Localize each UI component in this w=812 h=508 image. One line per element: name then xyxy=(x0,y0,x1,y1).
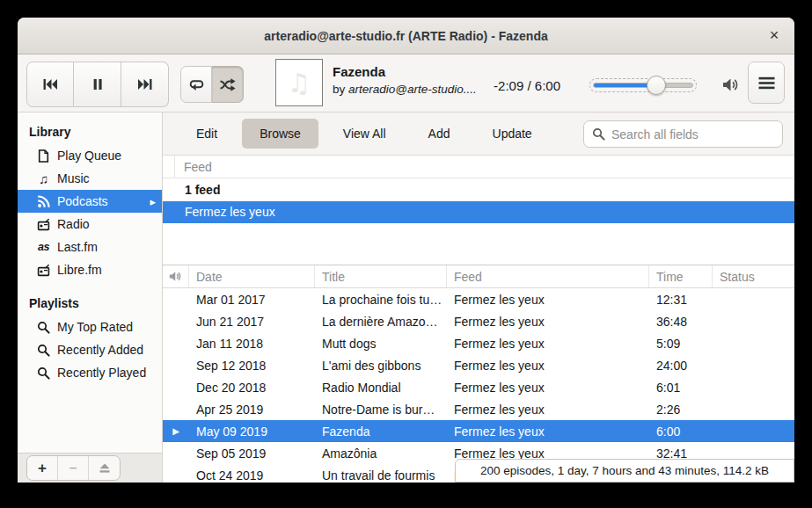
episode-row[interactable]: Jan 11 2018Mutt dogsFermez les yeux5:09 xyxy=(163,332,794,354)
episode-row[interactable]: ▶May 09 2019FazendaFermez les yeux6:00 xyxy=(163,420,794,442)
titlebar[interactable]: arteradio@arte-studio.fr (ARTE Radio) - … xyxy=(18,18,794,54)
sidebar-item-recently-played[interactable]: Recently Played xyxy=(18,361,162,384)
search-icon xyxy=(592,127,605,141)
sidebar-item-podcasts[interactable]: Podcasts▸ xyxy=(18,190,162,213)
feed-column-label: Feed xyxy=(175,160,212,174)
repeat-icon xyxy=(188,77,205,92)
menu-item-edit[interactable]: Edit xyxy=(179,119,235,149)
episode-date-cell: Dec 20 2018 xyxy=(189,381,315,395)
sidebar-item-label: Last.fm xyxy=(57,240,98,254)
menu-item-browse[interactable]: Browse xyxy=(242,119,318,149)
remove-button[interactable]: − xyxy=(58,456,89,480)
episode-feed-cell: Fermez les yeux xyxy=(447,403,649,417)
eject-button[interactable] xyxy=(89,456,120,480)
shuffle-button[interactable] xyxy=(212,66,244,103)
playback-mode-toggles xyxy=(180,66,244,103)
episode-time-cell: 36:48 xyxy=(649,315,713,329)
episode-title-cell: La prochaine fois tu… xyxy=(315,293,447,307)
track-title: Fazenda xyxy=(333,64,489,79)
episode-list: Mar 01 2017La prochaine fois tu…Fermez l… xyxy=(163,288,794,483)
volume-button[interactable] xyxy=(717,72,745,97)
volume-slider[interactable] xyxy=(589,76,697,95)
shuffle-icon xyxy=(219,77,237,92)
volume-track[interactable] xyxy=(593,83,693,88)
search-box xyxy=(583,120,783,148)
sidebar: LibraryPlay Queue♫MusicPodcasts▸RadioasL… xyxy=(18,112,163,453)
sidebar-item-radio[interactable]: Radio xyxy=(18,213,162,236)
menu-item-update[interactable]: Update xyxy=(475,119,550,149)
music-note-icon: ♫ xyxy=(288,68,311,98)
column-header-feed[interactable]: Feed xyxy=(447,265,649,287)
plus-icon: + xyxy=(38,461,47,475)
episode-row[interactable]: Sep 12 2018L'ami des gibbonsFermez les y… xyxy=(163,354,794,376)
sidebar-item-label: Music xyxy=(57,171,90,185)
menu-item-add[interactable]: Add xyxy=(411,119,468,149)
episode-date-cell: Sep 12 2018 xyxy=(189,359,315,373)
episode-title-cell: L'ami des gibbons xyxy=(315,359,447,373)
episode-time-cell: 6:00 xyxy=(649,425,713,439)
sidebar-item-label: Libre.fm xyxy=(57,263,102,277)
album-art: ♫ xyxy=(275,59,323,106)
play-indicator-icon: ▶ xyxy=(172,427,179,436)
add-source-button[interactable]: + xyxy=(27,456,58,480)
speaker-icon xyxy=(722,77,741,92)
sidebar-item-label: Recently Added xyxy=(57,343,143,357)
sidebar-item-last-fm[interactable]: asLast.fm xyxy=(18,236,162,258)
main-panel: EditBrowseView AllAddUpdate Feed 1 feed … xyxy=(163,112,794,483)
rss-icon xyxy=(36,195,51,208)
episode-table-header: DateTitleFeedTimeStatus xyxy=(163,265,794,288)
episode-row[interactable]: Jun 21 2017La dernière Amazo…Fermez les … xyxy=(163,310,794,332)
column-header-date[interactable]: Date xyxy=(189,265,315,287)
skip-forward-icon xyxy=(137,77,153,91)
app-menu-button[interactable] xyxy=(748,62,785,104)
window-title: arteradio@arte-studio.fr (ARTE Radio) - … xyxy=(264,29,547,43)
close-button[interactable]: × xyxy=(763,25,786,47)
player-toolbar: ♫ Fazenda by arteradio@arte-studio.... -… xyxy=(18,54,794,112)
sidebar-item-label: Radio xyxy=(57,217,90,231)
music-note-icon: ♫ xyxy=(36,172,51,185)
desktop-background: { "window": { "title": "arteradio@arte-s… xyxy=(0,0,812,508)
menu-item-view-all[interactable]: View All xyxy=(326,119,404,149)
column-header-title[interactable]: Title xyxy=(315,265,447,287)
episode-date-cell: Apr 25 2019 xyxy=(189,403,315,417)
search-icon xyxy=(36,366,51,380)
pause-icon xyxy=(91,77,104,91)
episode-row[interactable]: Mar 01 2017La prochaine fois tu…Fermez l… xyxy=(163,288,794,310)
repeat-button[interactable] xyxy=(180,66,212,103)
feed-row[interactable]: Fermez les yeux xyxy=(163,201,794,223)
status-summary: 200 episodes, 1 day, 7 hours and 43 minu… xyxy=(455,459,794,483)
volume-handle[interactable] xyxy=(647,76,666,95)
sidebar-item-play-queue[interactable]: Play Queue xyxy=(18,144,162,167)
episode-date-cell: Jun 21 2017 xyxy=(189,315,315,329)
episode-feed-cell: Fermez les yeux xyxy=(447,359,649,373)
episode-time-cell: 24:00 xyxy=(649,359,713,373)
sidebar-item-libre-fm[interactable]: Libre.fm xyxy=(18,258,162,281)
episode-feed-cell: Fermez les yeux xyxy=(447,381,649,395)
time-display: -2:09 / 6:00 xyxy=(457,78,560,93)
sidebar-item-label: My Top Rated xyxy=(57,320,133,334)
episode-title-cell: Un travail de fourmis xyxy=(315,468,447,483)
previous-button[interactable] xyxy=(26,62,74,107)
next-button[interactable] xyxy=(121,62,169,107)
column-header-status[interactable]: Status xyxy=(713,265,794,287)
search-input[interactable] xyxy=(584,121,782,147)
playing-indicator-cell: ▶ xyxy=(163,427,189,436)
episode-time-cell: 6:01 xyxy=(649,381,713,395)
episode-row[interactable]: Apr 25 2019Notre-Dame is bur…Fermez les … xyxy=(163,398,794,420)
feed-count-row[interactable]: 1 feed xyxy=(163,178,794,201)
episode-title-cell: Amazônia xyxy=(315,446,447,461)
sidebar-item-my-top-rated[interactable]: My Top Rated xyxy=(18,316,162,338)
episode-title-cell: Fazenda xyxy=(315,425,447,439)
episode-feed-cell: Fermez les yeux xyxy=(447,425,649,439)
episode-row[interactable]: Dec 20 2018Radio MondialFermez les yeux6… xyxy=(163,376,794,398)
pause-button[interactable] xyxy=(74,62,121,107)
lastfm-icon: as xyxy=(36,242,51,253)
sidebar-item-recently-added[interactable]: Recently Added xyxy=(18,338,162,361)
episode-title-cell: Notre-Dame is bur… xyxy=(315,403,447,417)
episode-time-cell: 12:31 xyxy=(649,293,713,307)
feed-column-header[interactable]: Feed xyxy=(163,156,794,178)
column-header-time[interactable]: Time xyxy=(649,265,713,287)
episode-date-cell: Oct 24 2019 xyxy=(189,468,315,483)
sidebar-item-music[interactable]: ♫Music xyxy=(18,167,162,190)
speaker-column-header[interactable] xyxy=(163,265,189,287)
